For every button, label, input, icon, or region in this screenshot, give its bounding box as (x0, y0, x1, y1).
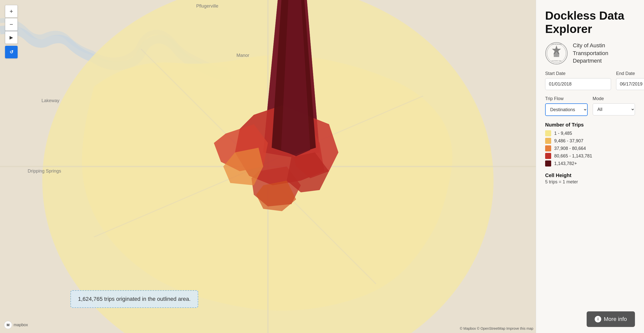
org-seal: FOUNDED 1839 CITY OF AUSTIN (545, 42, 568, 65)
map-attribution[interactable]: © Mapbox © OpenStreetMap Improve this ma… (460, 326, 533, 330)
legend-item-label: 1,143,782+ (554, 161, 577, 166)
legend-item-label: 1 - 9,485 (554, 131, 572, 136)
trip-flow-label: Trip Flow (545, 96, 588, 101)
legend-title: Number of Trips (545, 122, 635, 128)
legend-item: 9,486 - 37,907 (545, 138, 635, 144)
cell-height-value: 5 trips = 1 meter (545, 179, 635, 185)
legend-color-swatch (545, 160, 551, 166)
filter-row: Trip Flow Destinations Origins Mode All … (545, 96, 635, 116)
pan-button[interactable]: ▶ (5, 31, 18, 44)
more-info-button[interactable]: i More info (587, 311, 635, 327)
refresh-button[interactable]: ↺ (5, 46, 18, 58)
start-date-label: Start Date (545, 71, 611, 76)
legend-item: 37,908 - 80,664 (545, 145, 635, 151)
mode-label: Mode (593, 96, 635, 101)
legend-item: 1 - 9,485 (545, 130, 635, 136)
cell-height-title: Cell Height (545, 173, 635, 178)
map-container[interactable]: Pflugerville Manor Lakeway Dripping Spri… (0, 0, 536, 333)
mapbox-label: mapbox (14, 323, 28, 327)
map-controls: + − ▶ ↺ (5, 5, 18, 58)
map-tooltip: 1,624,765 trips originated in the outlin… (70, 290, 198, 308)
info-icon: i (595, 316, 601, 322)
start-date-group: Start Date (545, 71, 611, 90)
cell-height-section: Cell Height 5 trips = 1 meter (545, 173, 635, 185)
end-date-label: End Date (616, 71, 644, 76)
org-section: FOUNDED 1839 CITY OF AUSTIN City of Aust… (545, 42, 635, 65)
zoom-in-button[interactable]: + (5, 5, 18, 18)
legend-item: 80,665 - 1,143,781 (545, 153, 635, 159)
mode-select[interactable]: All Scooter Bicycle (593, 103, 635, 115)
legend-item-label: 37,908 - 80,664 (554, 146, 586, 151)
mapbox-logo-circle: M (4, 321, 12, 329)
end-date-input[interactable] (616, 78, 644, 90)
legend-color-swatch (545, 153, 551, 159)
legend-section: Number of Trips 1 - 9,485 9,486 - 37,907… (545, 122, 635, 166)
end-date-group: End Date (616, 71, 644, 90)
legend-item: 1,143,782+ (545, 160, 635, 166)
svg-text:FOUNDED 1839: FOUNDED 1839 (552, 60, 561, 61)
legend-item-label: 80,665 - 1,143,781 (554, 153, 592, 159)
legend-items: 1 - 9,485 9,486 - 37,907 37,908 - 80,664… (545, 130, 635, 166)
date-row: Start Date End Date (545, 71, 635, 90)
legend-color-swatch (545, 130, 551, 136)
mapbox-logo: M mapbox (4, 321, 28, 329)
legend-color-swatch (545, 138, 551, 144)
start-date-input[interactable] (545, 78, 611, 90)
trip-flow-select[interactable]: Destinations Origins (545, 103, 588, 116)
app-title: Dockless Data Explorer (545, 9, 635, 36)
trip-flow-group: Trip Flow Destinations Origins (545, 96, 588, 116)
org-name: City of Austin Transportation Department (573, 42, 635, 65)
mode-group: Mode All Scooter Bicycle (593, 96, 635, 116)
zoom-out-button[interactable]: − (5, 18, 18, 31)
legend-color-swatch (545, 145, 551, 151)
svg-text:CITY OF AUSTIN: CITY OF AUSTIN (551, 44, 561, 45)
sidebar: Dockless Data Explorer FOUNDED 1839 CITY… (536, 0, 644, 333)
legend-item-label: 9,486 - 37,907 (554, 138, 583, 144)
